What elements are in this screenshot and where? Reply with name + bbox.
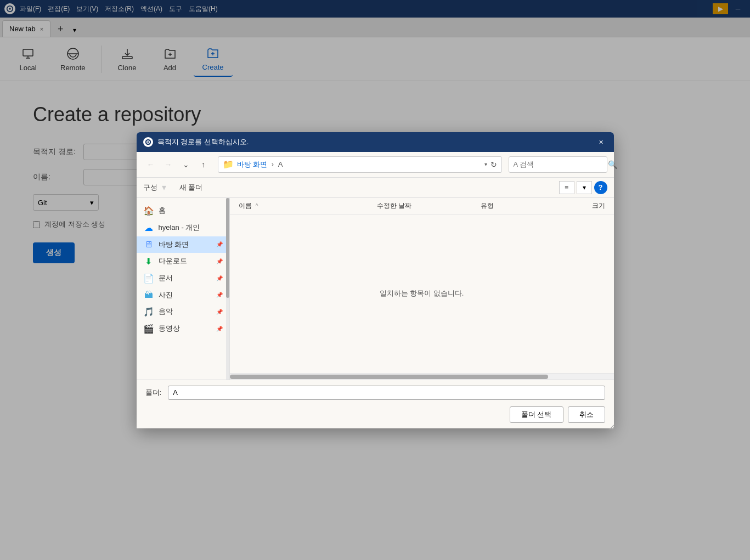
sidebar-cloud-label: hyelan - 개인 (159, 223, 223, 233)
documents-icon: 📄 (143, 273, 154, 284)
search-bar[interactable]: 🔍 (509, 156, 607, 173)
sidebar-videos-label: 동영상 (159, 324, 212, 333)
svg-point-14 (147, 141, 149, 143)
horizontal-scrollbar[interactable] (230, 373, 614, 380)
dialog-title: 목적지 경로를 선택하십시오. (157, 137, 591, 147)
address-dropdown-icon[interactable]: ▾ (484, 161, 487, 167)
dialog-footer: 폴더: 폴더 선택 취소 (137, 380, 614, 428)
sidebar-item-documents[interactable]: 📄 문서 📌 (137, 270, 229, 287)
dialog-actions-bar: 구성 ▾ 새 폴더 ≡ ▾ ? (137, 178, 614, 198)
documents-pin-icon: 📌 (216, 275, 223, 281)
collapse-button[interactable]: ⌄ (178, 157, 194, 172)
sidebar-music-label: 음악 (159, 307, 212, 316)
refresh-icon[interactable]: ↻ (490, 160, 497, 169)
dialog-logo (143, 137, 153, 147)
file-picker-dialog: 목적지 경로를 선택하십시오. × ← → ⌄ ↑ 📁 바탕 화면 › A ▾ … (137, 132, 614, 428)
actions-separator: ▾ (162, 182, 166, 193)
address-segment-1[interactable]: 바탕 화면 (237, 160, 268, 168)
sidebar-scrollbar (226, 198, 229, 380)
view-dropdown-button[interactable]: ▾ (577, 181, 592, 194)
desktop-icon: 🖥 (143, 240, 154, 250)
sidebar-desktop-label: 바탕 화면 (159, 240, 212, 250)
cancel-button[interactable]: 취소 (568, 406, 605, 423)
dialog-nav-toolbar: ← → ⌄ ↑ 📁 바탕 화면 › A ▾ ↻ 🔍 (137, 152, 614, 178)
empty-message: 일치하는 항목이 없습니다. (380, 289, 464, 298)
up-button[interactable]: ↑ (196, 157, 211, 172)
sidebar-item-desktop[interactable]: 🖥 바탕 화면 📌 (137, 236, 229, 253)
file-area: 이름 ^ 수정한 날짜 유형 크기 일치하는 항목이 없습니다. (230, 198, 614, 380)
file-list-empty: 일치하는 항목이 없습니다. (230, 214, 614, 373)
music-icon: 🎵 (143, 307, 154, 317)
address-separator: › (272, 160, 274, 168)
home-icon: 🏠 (143, 206, 154, 216)
sidebar-home-label: 홈 (159, 206, 223, 216)
scrollbar-thumb (230, 375, 548, 379)
search-icon[interactable]: 🔍 (608, 160, 617, 169)
forward-button[interactable]: → (161, 157, 176, 172)
desktop-pin-icon: 📌 (216, 241, 223, 247)
sort-arrow: ^ (256, 203, 258, 209)
file-column-headers: 이름 ^ 수정한 날짜 유형 크기 (230, 198, 614, 214)
list-view-button[interactable]: ≡ (559, 181, 574, 194)
sidebar-item-videos[interactable]: 🎬 동영상 📌 (137, 320, 229, 337)
sidebar-pictures-label: 사진 (159, 290, 212, 300)
resize-handle[interactable] (607, 422, 614, 428)
svg-line-15 (610, 425, 614, 429)
dialog-sidebar: 🏠 홈 ☁ hyelan - 개인 🖥 바탕 화면 📌 ⬇ 다운로드 📌 (137, 198, 230, 380)
search-input[interactable] (514, 160, 606, 168)
view-toggle: ≡ ▾ ? (559, 181, 607, 194)
cloud-icon: ☁ (143, 223, 154, 233)
dialog-body: 🏠 홈 ☁ hyelan - 개인 🖥 바탕 화면 📌 ⬇ 다운로드 📌 (137, 198, 614, 380)
downloads-pin-icon: 📌 (216, 258, 223, 264)
address-path: 바탕 화면 › A (237, 160, 481, 169)
address-bar[interactable]: 📁 바탕 화면 › A ▾ ↻ (218, 156, 502, 173)
folder-input[interactable] (168, 386, 605, 400)
help-button[interactable]: ? (594, 181, 607, 194)
svg-line-16 (612, 427, 614, 429)
col-type[interactable]: 유형 (481, 201, 550, 211)
back-button[interactable]: ← (143, 157, 159, 172)
pictures-icon: 🏔 (143, 290, 154, 300)
sidebar-downloads-label: 다운로드 (159, 256, 212, 266)
sidebar-item-music[interactable]: 🎵 음악 📌 (137, 303, 229, 320)
select-folder-button[interactable]: 폴더 선택 (510, 406, 563, 423)
address-segment-2[interactable]: A (278, 160, 283, 168)
col-date[interactable]: 수정한 날짜 (377, 201, 481, 211)
dialog-close-button[interactable]: × (595, 136, 607, 148)
sidebar-scroll-thumb (226, 198, 229, 298)
col-size[interactable]: 크기 (550, 201, 605, 211)
music-pin-icon: 📌 (216, 309, 223, 315)
folder-row: 폴더: (145, 386, 605, 400)
pictures-pin-icon: 📌 (216, 292, 223, 298)
dialog-overlay: 목적지 경로를 선택하십시오. × ← → ⌄ ↑ 📁 바탕 화면 › A ▾ … (0, 0, 750, 560)
folder-label: 폴더: (145, 388, 162, 398)
videos-pin-icon: 📌 (216, 326, 223, 332)
sidebar-item-home[interactable]: 🏠 홈 (137, 202, 229, 219)
dialog-header: 목적지 경로를 선택하십시오. × (137, 132, 614, 152)
col-name[interactable]: 이름 ^ (239, 201, 377, 211)
sidebar-item-pictures[interactable]: 🏔 사진 📌 (137, 287, 229, 303)
compose-button[interactable]: 구성 (143, 183, 157, 193)
sidebar-documents-label: 문서 (159, 273, 212, 283)
downloads-icon: ⬇ (143, 256, 154, 267)
sidebar-item-cloud[interactable]: ☁ hyelan - 개인 (137, 219, 229, 236)
dialog-btn-row: 폴더 선택 취소 (145, 406, 605, 423)
new-folder-button[interactable]: 새 폴더 (179, 183, 203, 193)
sidebar-item-downloads[interactable]: ⬇ 다운로드 📌 (137, 253, 229, 270)
videos-icon: 🎬 (143, 324, 154, 334)
folder-icon: 📁 (223, 159, 234, 169)
